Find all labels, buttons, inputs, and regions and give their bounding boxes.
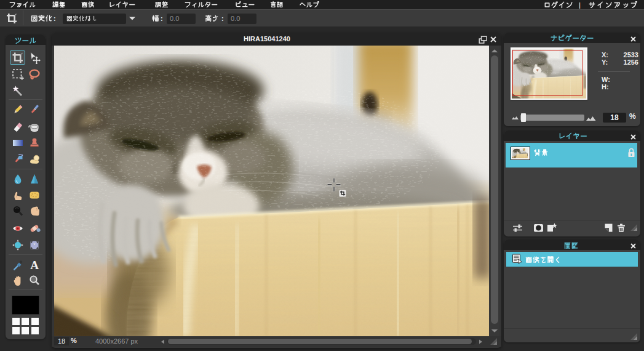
svg-text:A: A xyxy=(30,259,39,271)
